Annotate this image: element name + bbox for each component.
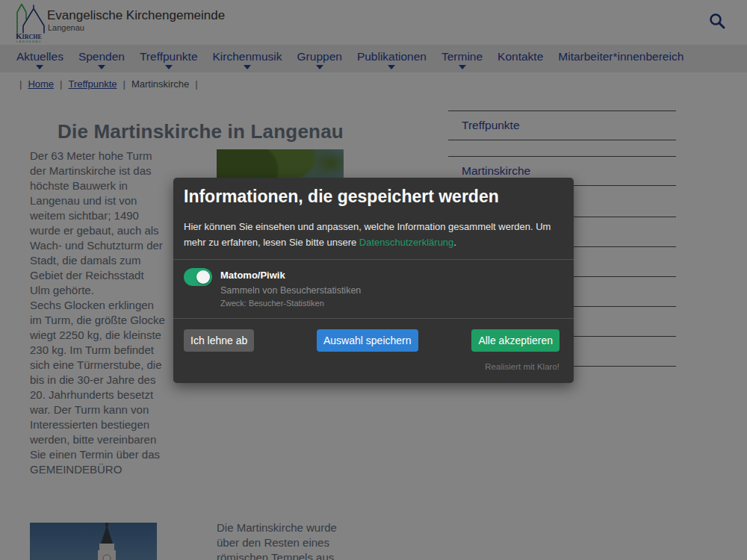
- modal-divider: [173, 259, 574, 260]
- klaro-credit-link[interactable]: Realisiert mit Klaro!: [485, 362, 560, 371]
- modal-title: Informationen, die gespeichert werden: [184, 187, 499, 207]
- accept-all-button[interactable]: Alle akzeptieren: [471, 329, 560, 352]
- modal-divider: [173, 318, 574, 319]
- privacy-policy-link[interactable]: Datenschutzerklärung: [359, 237, 453, 248]
- service-description: Sammeln von Besucherstatistiken: [220, 285, 361, 296]
- service-name: Matomo/Piwik: [220, 270, 285, 281]
- service-purpose: Zweck: Besucher-Statistiken: [220, 299, 324, 308]
- save-selection-button[interactable]: Auswahl speichern: [317, 329, 418, 352]
- cookie-consent-modal: Informationen, die gespeichert werden Hi…: [173, 178, 574, 383]
- page: Kirche LANGENAU Evangelische Kirchengeme…: [0, 0, 747, 560]
- modal-description: Hier können Sie einsehen und anpassen, w…: [184, 219, 565, 250]
- toggle-knob: [196, 270, 210, 284]
- decline-button[interactable]: Ich lehne ab: [184, 329, 254, 352]
- matomo-toggle[interactable]: [184, 268, 212, 286]
